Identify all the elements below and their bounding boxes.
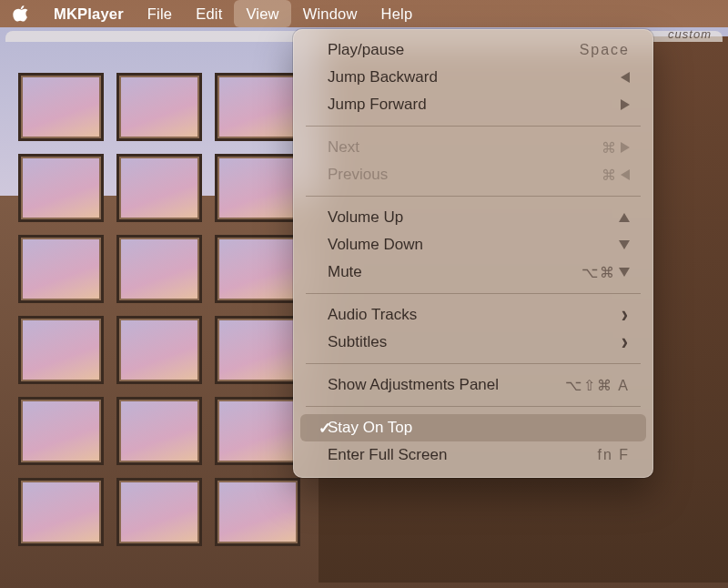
menubar-item-view[interactable]: View (234, 0, 290, 27)
menubar: MKPlayer FileEditViewWindowHelp (0, 0, 728, 27)
submenu-arrow-icon (622, 303, 630, 327)
menu-item-enter-full-screen[interactable]: Enter Full Screenfn F (300, 441, 646, 469)
menu-item-label: Subtitles (328, 333, 622, 351)
tri-right-icon (621, 142, 630, 153)
titlebar-custom-label: custom (668, 27, 712, 41)
menu-item-play-pause[interactable]: Play/pauseSpace (300, 36, 646, 64)
menu-item-jump-forward[interactable]: Jump Forward (300, 91, 646, 118)
menu-item-label: Volume Up (328, 208, 619, 227)
menubar-item-help[interactable]: Help (369, 0, 425, 27)
tri-left-icon (621, 169, 630, 180)
menu-item-label: Jump Forward (328, 96, 621, 114)
tri-up-icon (619, 213, 630, 222)
menu-item-shortcut: ⌥⇧⌘ A (565, 377, 630, 394)
menu-item-mute[interactable]: Mute⌥⌘ (300, 259, 646, 286)
menu-item-shortcut: ⌘ (602, 167, 630, 184)
menu-item-jump-backward[interactable]: Jump Backward (300, 64, 646, 91)
menu-item-label: Jump Backward (328, 68, 621, 86)
menu-item-shortcut: ⌥⌘ (581, 264, 630, 281)
menu-item-label: Show Adjustments Panel (328, 376, 565, 394)
tri-down-icon (619, 240, 630, 249)
menu-item-label: Enter Full Screen (328, 446, 597, 464)
tri-right-icon (621, 99, 630, 110)
menu-separator (306, 293, 641, 294)
menu-item-shortcut (619, 240, 630, 249)
menu-item-shortcut: ⌘ (602, 139, 630, 157)
menu-item-label: Next (328, 138, 602, 157)
menu-item-shortcut: fn F (597, 447, 630, 463)
menu-item-label: Previous (328, 166, 602, 184)
menu-item-shortcut: Space (580, 42, 630, 58)
menu-separator (306, 196, 641, 197)
menubar-item-edit[interactable]: Edit (184, 0, 234, 27)
menubar-app-name[interactable]: MKPlayer (42, 0, 136, 27)
menu-item-label: Mute (328, 263, 581, 281)
menu-item-volume-down[interactable]: Volume Down (300, 231, 646, 259)
menu-separator (306, 363, 641, 364)
menu-item-label: Audio Tracks (328, 306, 622, 324)
submenu-arrow-icon (622, 330, 630, 354)
menu-item-subtitles[interactable]: Subtitles (300, 329, 646, 356)
checkmark-icon: ✓ (318, 419, 331, 438)
menu-item-volume-up[interactable]: Volume Up (300, 204, 646, 231)
view-menu-dropdown: Play/pauseSpaceJump BackwardJump Forward… (293, 29, 653, 478)
menu-item-label: Stay On Top (328, 419, 630, 437)
tri-left-icon (621, 72, 630, 83)
menubar-item-window[interactable]: Window (291, 0, 369, 27)
tri-down-icon (619, 268, 630, 277)
menu-item-label: Play/pause (328, 41, 580, 59)
menu-item-label: Volume Down (328, 236, 619, 254)
menu-separator (306, 406, 641, 407)
menu-item-next: Next⌘ (300, 134, 646, 161)
menu-item-shortcut (621, 72, 630, 83)
menu-item-show-adjustments-panel[interactable]: Show Adjustments Panel⌥⇧⌘ A (300, 371, 646, 399)
menu-item-previous: Previous⌘ (300, 161, 646, 188)
apple-logo-icon[interactable] (13, 5, 29, 22)
menubar-item-file[interactable]: File (136, 0, 184, 27)
menu-item-stay-on-top[interactable]: ✓Stay On Top (300, 414, 646, 441)
menu-separator (306, 126, 641, 127)
menu-item-shortcut (621, 99, 630, 110)
menu-item-audio-tracks[interactable]: Audio Tracks (300, 301, 646, 329)
menu-item-shortcut (619, 213, 630, 222)
